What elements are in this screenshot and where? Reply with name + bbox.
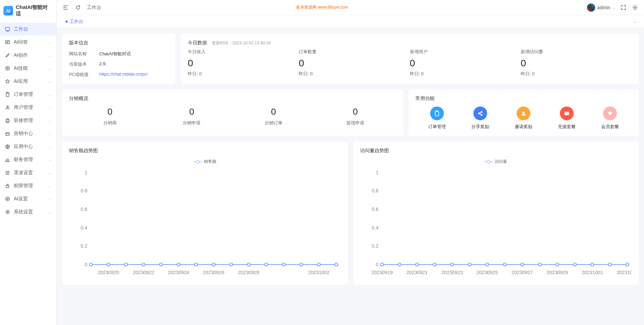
legend-label: 访问量 bbox=[495, 159, 507, 165]
main: 工作台 老弟资源网 www.69zyw.com admin ⌄ bbox=[57, 0, 644, 325]
refresh-icon[interactable] bbox=[74, 4, 81, 11]
svg-text:0.6: 0.6 bbox=[81, 206, 88, 212]
functions-title: 常用功能 bbox=[415, 96, 632, 102]
svg-text:20230919: 20230919 bbox=[371, 270, 393, 275]
svg-point-60 bbox=[503, 263, 506, 266]
svg-text:0.4: 0.4 bbox=[372, 225, 379, 231]
topbar-left: 工作台 bbox=[62, 4, 101, 11]
sidebar-item-label: 装修管理 bbox=[14, 117, 45, 124]
settings-icon[interactable] bbox=[632, 4, 639, 11]
stat-prev: 昨日: 0 bbox=[299, 71, 410, 77]
svg-point-53 bbox=[380, 263, 383, 266]
version-label: 当前版本 bbox=[69, 61, 93, 67]
func-item-2[interactable]: 邀请奖励 bbox=[502, 107, 545, 130]
stat-0: 今日收入0昨日: 0 bbox=[188, 49, 299, 77]
app-root: AI ChatAI智能对话 工作台AI问答⌄AI创作⌄AI技能⌄AI应用⌄订单管… bbox=[0, 0, 644, 325]
sidebar-item-label: AI应用 bbox=[14, 78, 45, 85]
content: 版本信息 网站名称 ChatAI智能对话 当前版本 2.9. PC端链接 htt bbox=[57, 28, 644, 325]
visits-chart-card: 访问量趋势图 访问量00.20.40.60.812023091920230921… bbox=[353, 142, 639, 285]
dist-item-3: 0提现申请 bbox=[314, 107, 396, 126]
sidebar-item-7[interactable]: 装修管理⌄ bbox=[0, 114, 56, 127]
tab-workbench[interactable]: 工作台 bbox=[62, 16, 87, 27]
sidebar-item-0[interactable]: 工作台 bbox=[0, 23, 56, 36]
func-item-0[interactable]: 订单管理 bbox=[415, 107, 459, 130]
stat-label: 新增访问量 bbox=[521, 49, 632, 55]
sidebar-item-12[interactable]: 权限管理⌄ bbox=[0, 179, 56, 192]
chevron-down-icon: ⌄ bbox=[48, 145, 51, 149]
chart-legend: 访问量 bbox=[360, 159, 632, 165]
breadcrumb: 工作台 bbox=[87, 4, 101, 11]
func-item-3[interactable]: 充值套餐 bbox=[545, 107, 588, 130]
svg-text:1: 1 bbox=[85, 170, 88, 175]
topbar-right: admin ⌄ bbox=[587, 3, 639, 12]
svg-point-54 bbox=[398, 263, 401, 266]
svg-point-2 bbox=[6, 67, 10, 70]
chevron-down-icon: ⌄ bbox=[48, 158, 51, 162]
svg-text:20230923: 20230923 bbox=[441, 270, 463, 275]
func-item-4[interactable]: 会员套餐 bbox=[588, 107, 632, 130]
svg-text:1: 1 bbox=[376, 170, 378, 175]
version-card: 版本信息 网站名称 ChatAI智能对话 当前版本 2.9. PC端链接 htt bbox=[62, 34, 175, 84]
sidebar-item-label: 权限管理 bbox=[14, 183, 45, 189]
stat-label: 订单数量 bbox=[299, 49, 410, 55]
today-card: 今日数据 更新时间：2023-10-03 13:40:24 今日收入0昨日: 0… bbox=[181, 34, 639, 84]
sidebar-item-4[interactable]: AI应用⌄ bbox=[0, 75, 56, 88]
sidebar-item-3[interactable]: AI技能⌄ bbox=[0, 62, 56, 75]
svg-point-27 bbox=[125, 263, 128, 266]
stat-3: 新增访问量0昨日: 0 bbox=[521, 49, 632, 77]
sidebar-item-label: 订单管理 bbox=[14, 91, 45, 98]
sidebar-item-2[interactable]: AI创作⌄ bbox=[0, 49, 56, 62]
svg-text:0.4: 0.4 bbox=[81, 225, 88, 231]
distribution-card: 分销概况 0分销商0分销申请0分销订单0提现申请 bbox=[62, 89, 403, 136]
legend-marker-icon bbox=[194, 160, 202, 164]
dist-label: 提现申请 bbox=[314, 120, 396, 126]
pc-link-value[interactable]: https://chat.mddai.cn/pc/ bbox=[99, 71, 148, 78]
sidebar-item-6[interactable]: 用户管理⌄ bbox=[0, 101, 56, 114]
diamond-icon bbox=[603, 107, 617, 120]
svg-rect-22 bbox=[564, 112, 569, 115]
sidebar-item-9[interactable]: 应用中心⌄ bbox=[0, 140, 56, 153]
fullscreen-icon[interactable] bbox=[620, 4, 627, 11]
functions-items: 订单管理分享奖励邀请奖励充值套餐会员套餐 bbox=[415, 107, 632, 130]
svg-point-63 bbox=[556, 263, 559, 266]
svg-text:20230920: 20230920 bbox=[98, 270, 119, 275]
sidebar-menu: 工作台AI问答⌄AI创作⌄AI技能⌄AI应用⌄订单管理⌄用户管理⌄装修管理⌄营销… bbox=[0, 21, 56, 325]
user-menu[interactable]: admin ⌄ bbox=[587, 3, 615, 12]
chat-icon bbox=[5, 40, 10, 45]
username: admin bbox=[597, 5, 610, 10]
visits-chart-title: 访问量趋势图 bbox=[360, 148, 632, 154]
version-value: 2.9. bbox=[99, 61, 107, 67]
svg-point-14 bbox=[7, 198, 8, 200]
sidebar-item-14[interactable]: 系统设置⌄ bbox=[0, 205, 56, 218]
sidebar-item-5[interactable]: 订单管理⌄ bbox=[0, 88, 56, 101]
func-label: 充值套餐 bbox=[558, 124, 576, 130]
user-icon bbox=[5, 105, 10, 110]
sales-chart: 销售额00.20.40.60.8120230920202309222023092… bbox=[69, 159, 341, 279]
sidebar-item-label: 应用中心 bbox=[14, 144, 45, 150]
logo[interactable]: AI ChatAI智能对话 bbox=[0, 0, 56, 21]
svg-text:20230929: 20230929 bbox=[547, 270, 568, 275]
sidebar-item-label: AI技能 bbox=[14, 65, 45, 71]
svg-text:20230922: 20230922 bbox=[133, 270, 154, 275]
func-item-1[interactable]: 分享奖励 bbox=[459, 107, 502, 130]
tabs-dropdown-icon[interactable]: ⌄ bbox=[632, 18, 639, 25]
stat-prev: 昨日: 0 bbox=[410, 71, 521, 77]
svg-point-32 bbox=[212, 263, 215, 266]
svg-text:0.2: 0.2 bbox=[372, 243, 379, 249]
sidebar-item-13[interactable]: AI设置⌄ bbox=[0, 192, 56, 205]
sidebar-item-1[interactable]: AI问答⌄ bbox=[0, 36, 56, 49]
chevron-down-icon: ⌄ bbox=[48, 132, 51, 136]
menu-toggle-icon[interactable] bbox=[62, 4, 69, 11]
pc-link-label: PC端链接 bbox=[69, 71, 93, 78]
svg-rect-23 bbox=[564, 113, 569, 113]
dist-item-2: 0分销订单 bbox=[233, 107, 314, 126]
svg-point-28 bbox=[142, 263, 145, 266]
sidebar-item-10[interactable]: 财务管理⌄ bbox=[0, 153, 56, 166]
svg-point-11 bbox=[8, 174, 8, 175]
svg-point-55 bbox=[415, 263, 418, 266]
distribution-items: 0分销商0分销申请0分销订单0提现申请 bbox=[69, 107, 396, 126]
sidebar-item-8[interactable]: 营销中心⌄ bbox=[0, 127, 56, 140]
sidebar-item-11[interactable]: 渠道设置⌄ bbox=[0, 166, 56, 179]
print-icon bbox=[5, 118, 10, 123]
chevron-down-icon: ⌄ bbox=[48, 79, 51, 84]
